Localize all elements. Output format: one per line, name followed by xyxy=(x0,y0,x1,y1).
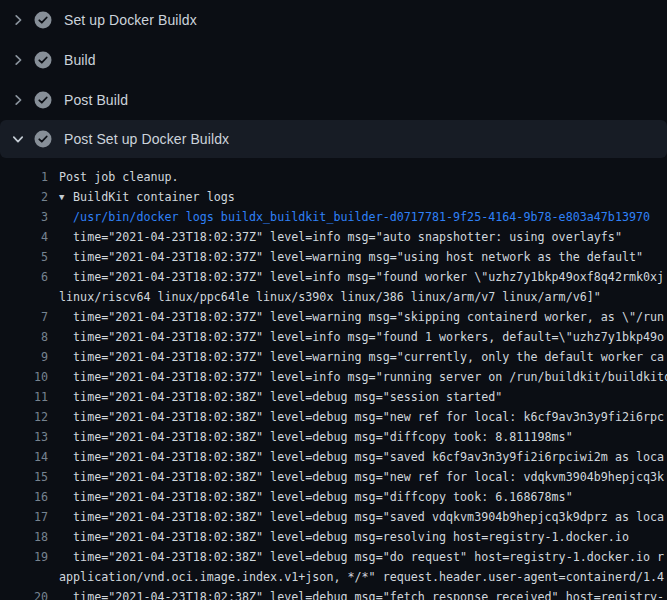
log-line: 14 time="2021-04-23T18:02:38Z" level=deb… xyxy=(0,447,667,467)
log-line-number[interactable]: 11 xyxy=(0,387,48,407)
log-line-number[interactable]: 4 xyxy=(0,227,48,247)
log-line-number[interactable]: 19 xyxy=(0,547,48,567)
log-line-number[interactable]: 13 xyxy=(0,427,48,447)
step-header[interactable]: Set up Docker Buildx xyxy=(0,0,667,40)
log-text: time="2021-04-23T18:02:38Z" level=debug … xyxy=(59,387,502,407)
log-line: 11 time="2021-04-23T18:02:38Z" level=deb… xyxy=(0,387,667,407)
log-text: /usr/bin/docker logs buildx_buildkit_bui… xyxy=(59,207,650,227)
log-line: 17 time="2021-04-23T18:02:38Z" level=deb… xyxy=(0,507,667,527)
step-label: Build xyxy=(64,52,96,68)
log-line: 16 time="2021-04-23T18:02:38Z" level=deb… xyxy=(0,487,667,507)
log-text: time="2021-04-23T18:02:38Z" level=debug … xyxy=(59,527,629,547)
log-line-continuation: linux/riscv64 linux/ppc64le linux/s390x … xyxy=(0,287,667,307)
log-text: time="2021-04-23T18:02:37Z" level=info m… xyxy=(59,327,664,347)
log-line-number xyxy=(0,287,48,307)
log-text: time="2021-04-23T18:02:38Z" level=debug … xyxy=(59,447,664,467)
log-line: 18 time="2021-04-23T18:02:38Z" level=deb… xyxy=(0,527,667,547)
log-line-number[interactable]: 9 xyxy=(0,347,48,367)
log-line-number[interactable]: 20 xyxy=(0,587,48,600)
log-text: BuildKit container logs xyxy=(73,187,235,207)
step-header[interactable]: Build xyxy=(0,40,667,80)
step-label: Post Set up Docker Buildx xyxy=(64,131,229,147)
log-line-number[interactable]: 12 xyxy=(0,407,48,427)
log-text: time="2021-04-23T18:02:38Z" level=debug … xyxy=(59,507,664,527)
check-circle-icon xyxy=(34,91,52,109)
step-label: Post Build xyxy=(64,92,128,108)
log-line-number[interactable]: 18 xyxy=(0,527,48,547)
log-line: 19 time="2021-04-23T18:02:38Z" level=deb… xyxy=(0,547,667,567)
log-text: time="2021-04-23T18:02:37Z" level=warnin… xyxy=(59,307,664,327)
log-text: time="2021-04-23T18:02:38Z" level=debug … xyxy=(59,547,664,567)
log-text: time="2021-04-23T18:02:37Z" level=info m… xyxy=(59,267,664,287)
log-line-command: 3 /usr/bin/docker logs buildx_buildkit_b… xyxy=(0,207,667,227)
chevron-right-icon[interactable] xyxy=(10,52,26,68)
log-line: 15 time="2021-04-23T18:02:38Z" level=deb… xyxy=(0,467,667,487)
log-line: 4 time="2021-04-23T18:02:37Z" level=info… xyxy=(0,227,667,247)
check-circle-icon xyxy=(34,11,52,29)
log-line-number[interactable]: 6 xyxy=(0,267,48,287)
step-label: Set up Docker Buildx xyxy=(64,12,197,28)
log-line: 7 time="2021-04-23T18:02:37Z" level=warn… xyxy=(0,307,667,327)
log-line: 6 time="2021-04-23T18:02:37Z" level=info… xyxy=(0,267,667,287)
log-text: linux/riscv64 linux/ppc64le linux/s390x … xyxy=(59,287,601,307)
log-text: Post job cleanup. xyxy=(59,167,179,187)
log-line-continuation: application/vnd.oci.image.index.v1+json,… xyxy=(0,567,667,587)
group-collapse-caret-icon[interactable]: ▼ xyxy=(59,187,73,207)
check-circle-icon xyxy=(34,130,52,148)
chevron-right-icon[interactable] xyxy=(10,92,26,108)
actions-log-viewer: Set up Docker BuildxBuildPost BuildPost … xyxy=(0,0,667,600)
log-line-number[interactable]: 3 xyxy=(0,207,48,227)
log-line-number xyxy=(0,567,48,587)
log-text: time="2021-04-23T18:02:38Z" level=debug … xyxy=(59,467,664,487)
log-line-number[interactable]: 7 xyxy=(0,307,48,327)
log-text: time="2021-04-23T18:02:38Z" level=debug … xyxy=(59,427,573,447)
steps-list: Set up Docker BuildxBuildPost BuildPost … xyxy=(0,0,667,158)
log-text: time="2021-04-23T18:02:38Z" level=debug … xyxy=(59,407,664,427)
log-line-number[interactable]: 14 xyxy=(0,447,48,467)
log-line: 13 time="2021-04-23T18:02:38Z" level=deb… xyxy=(0,427,667,447)
log-line-number[interactable]: 2 xyxy=(0,187,48,207)
chevron-right-icon[interactable] xyxy=(10,12,26,28)
log-line: 5 time="2021-04-23T18:02:37Z" level=warn… xyxy=(0,247,667,267)
log-line: 8 time="2021-04-23T18:02:37Z" level=info… xyxy=(0,327,667,347)
log-text: time="2021-04-23T18:02:37Z" level=info m… xyxy=(59,367,667,387)
log-text: time="2021-04-23T18:02:38Z" level=debug … xyxy=(59,487,573,507)
log-output: 1Post job cleanup.2▼BuildKit container l… xyxy=(0,158,667,600)
log-line: 2▼BuildKit container logs xyxy=(0,187,667,207)
log-text: time="2021-04-23T18:02:38Z" level=debug … xyxy=(59,587,664,600)
log-text: time="2021-04-23T18:02:37Z" level=warnin… xyxy=(59,347,664,367)
log-line-number[interactable]: 16 xyxy=(0,487,48,507)
log-line: 1Post job cleanup. xyxy=(0,167,667,187)
log-line-number[interactable]: 8 xyxy=(0,327,48,347)
step-header[interactable]: Post Build xyxy=(0,80,667,120)
step-header[interactable]: Post Set up Docker Buildx xyxy=(0,120,667,158)
log-line: 10 time="2021-04-23T18:02:37Z" level=inf… xyxy=(0,367,667,387)
log-text: application/vnd.oci.image.index.v1+json,… xyxy=(59,567,664,587)
log-text: time="2021-04-23T18:02:37Z" level=warnin… xyxy=(59,247,643,267)
log-line-number[interactable]: 15 xyxy=(0,467,48,487)
chevron-down-icon[interactable] xyxy=(10,131,26,147)
log-line-number[interactable]: 1 xyxy=(0,167,48,187)
log-line: 12 time="2021-04-23T18:02:38Z" level=deb… xyxy=(0,407,667,427)
log-line-number[interactable]: 5 xyxy=(0,247,48,267)
log-line-number[interactable]: 17 xyxy=(0,507,48,527)
check-circle-icon xyxy=(34,51,52,69)
log-line: 9 time="2021-04-23T18:02:37Z" level=warn… xyxy=(0,347,667,367)
log-text: time="2021-04-23T18:02:37Z" level=info m… xyxy=(59,227,622,247)
log-line-number[interactable]: 10 xyxy=(0,367,48,387)
log-line: 20 time="2021-04-23T18:02:38Z" level=deb… xyxy=(0,587,667,600)
